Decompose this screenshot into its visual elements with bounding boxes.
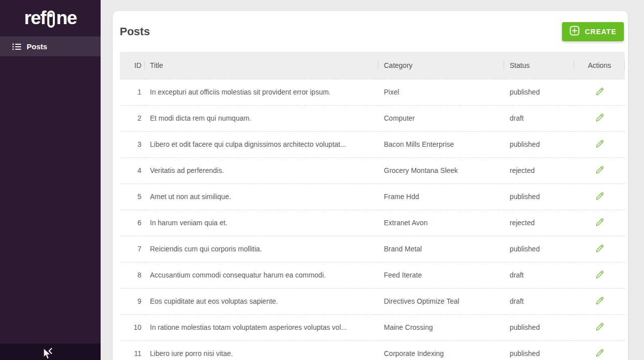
cell-actions: [574, 288, 625, 314]
cell-status: rejected: [504, 210, 574, 236]
table-row: 10 In ratione molestias totam voluptatem…: [120, 314, 625, 340]
sidebar-item-posts[interactable]: Posts: [0, 36, 101, 56]
cell-id: 1: [120, 79, 145, 105]
cell-category: Brand Metal: [378, 236, 504, 262]
sidebar-item-label: Posts: [27, 42, 47, 51]
posts-page-card: Posts CREATE ID Title Category Status: [113, 11, 628, 360]
edit-button[interactable]: [593, 268, 606, 283]
cell-status: published: [504, 314, 574, 340]
edit-button[interactable]: [593, 320, 606, 335]
cell-title: Veritatis ad perferendis.: [145, 157, 378, 184]
cell-status: rejected: [504, 157, 574, 184]
cell-title: Libero et odit facere qui culpa dignissi…: [145, 131, 378, 157]
column-header-status: Status: [504, 52, 574, 79]
cell-status: draft: [504, 105, 574, 131]
cell-status: draft: [504, 288, 574, 314]
cell-title: In excepturi aut officiis molestias sit …: [145, 79, 378, 105]
cell-category: Corporate Indexing: [378, 340, 504, 360]
pencil-icon: [595, 113, 604, 124]
cell-status: published: [504, 340, 574, 360]
pencil-icon: [595, 244, 604, 254]
table-row: 4 Veritatis ad perferendis. Grocery Mont…: [120, 157, 625, 184]
edit-button[interactable]: [593, 111, 606, 126]
cell-id: 4: [120, 157, 145, 184]
column-header-actions: Actions: [574, 52, 625, 79]
cell-actions: [574, 79, 625, 105]
edit-button[interactable]: [593, 216, 606, 230]
cell-id: 11: [120, 340, 145, 360]
edit-button[interactable]: [593, 346, 606, 360]
page-header: Posts CREATE: [113, 11, 628, 52]
table-row: 1 In excepturi aut officiis molestias si…: [120, 79, 625, 105]
edit-button[interactable]: [593, 190, 606, 204]
edit-button[interactable]: [593, 85, 606, 100]
pencil-icon: [595, 192, 604, 202]
cell-actions: [574, 157, 625, 184]
table-row: 9 Eos cupiditate aut eos voluptas sapien…: [120, 288, 625, 314]
cell-id: 9: [120, 288, 145, 314]
pencil-icon: [595, 218, 604, 228]
table-body: 1 In excepturi aut officiis molestias si…: [120, 79, 625, 360]
edit-button[interactable]: [593, 242, 606, 256]
cell-id: 7: [120, 236, 145, 262]
edit-button[interactable]: [593, 137, 606, 152]
column-header-title: Title: [145, 52, 378, 79]
cell-actions: [574, 314, 625, 340]
cell-actions: [574, 236, 625, 262]
pencil-icon: [595, 87, 604, 98]
edit-button[interactable]: [593, 163, 606, 178]
cell-title: In harum veniam quia et.: [145, 210, 378, 236]
table-row: 7 Reiciendis cum qui corporis mollitia. …: [120, 236, 625, 262]
table-row: 8 Accusantium commodi consequatur harum …: [120, 262, 625, 288]
pencil-icon: [595, 270, 604, 281]
cell-actions: [574, 184, 625, 210]
sidebar-collapse-button[interactable]: [0, 343, 101, 360]
cell-status: draft: [504, 262, 574, 288]
cell-id: 8: [120, 262, 145, 288]
cell-category: Grocery Montana Sleek: [378, 157, 504, 184]
cell-title: Reiciendis cum qui corporis mollitia.: [145, 236, 378, 262]
cell-title: Et modi dicta rem qui numquam.: [145, 105, 378, 131]
cell-status: published: [504, 79, 574, 105]
cell-title: In ratione molestias totam voluptatem as…: [145, 314, 378, 340]
refine-logo[interactable]: refne: [0, 0, 101, 36]
cell-category: Maine Crossing: [378, 314, 504, 340]
cell-title: Libero iure porro nisi vitae.: [145, 340, 378, 360]
cell-id: 6: [120, 210, 145, 236]
plus-square-icon: [570, 26, 580, 37]
column-header-category: Category: [378, 52, 504, 79]
cell-category: Extranet Avon: [378, 210, 504, 236]
pencil-icon: [595, 139, 604, 150]
cell-actions: [574, 105, 625, 131]
cell-title: Eos cupiditate aut eos voluptas sapiente…: [145, 288, 378, 314]
cell-category: Computer: [378, 105, 504, 131]
cell-id: 3: [120, 131, 145, 157]
table-row: 3 Libero et odit facere qui culpa dignis…: [120, 131, 625, 157]
table-row: 5 Amet ut non aut similique. Frame Hdd p…: [120, 184, 625, 210]
page-title: Posts: [120, 25, 150, 38]
cell-title: Amet ut non aut similique.: [145, 184, 378, 210]
pencil-icon: [595, 165, 604, 176]
cell-actions: [574, 340, 625, 360]
cell-title: Accusantium commodi consequatur harum ea…: [145, 262, 378, 288]
sidebar: refne Posts: [0, 0, 101, 360]
pencil-icon: [595, 296, 604, 307]
cell-actions: [574, 210, 625, 236]
cell-id: 2: [120, 105, 145, 131]
unordered-list-icon: [12, 42, 21, 51]
cell-actions: [574, 131, 625, 157]
column-header-id: ID: [120, 52, 145, 79]
cell-category: Directives Optimize Teal: [378, 288, 504, 314]
create-button-label: CREATE: [585, 28, 616, 36]
table-row: 6 In harum veniam quia et. Extranet Avon…: [120, 210, 625, 236]
logo-text-post: ne: [56, 8, 76, 29]
cell-id: 10: [120, 314, 145, 340]
cell-category: Frame Hdd: [378, 184, 504, 210]
cell-actions: [574, 262, 625, 288]
create-button[interactable]: CREATE: [562, 22, 624, 41]
cell-id: 5: [120, 184, 145, 210]
cell-category: Pixel: [378, 79, 504, 105]
posts-table: ID Title Category Status Actions 1 In ex…: [120, 52, 625, 360]
chevron-left-icon: [47, 347, 54, 356]
edit-button[interactable]: [593, 294, 606, 309]
